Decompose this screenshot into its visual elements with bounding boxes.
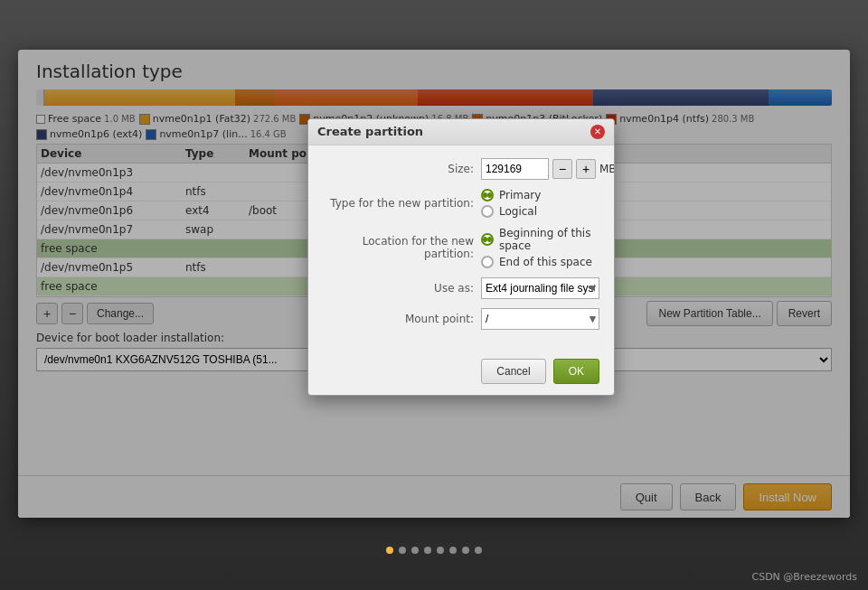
watermark: CSDN @Breezewords: [751, 571, 857, 583]
size-decrease-button[interactable]: −: [552, 159, 572, 179]
location-group: Beginning of this space End of this spac…: [481, 227, 599, 268]
use-as-label: Use as:: [323, 282, 481, 295]
location-label: Location for the new partition:: [323, 235, 481, 260]
size-unit: MB: [599, 163, 615, 175]
radio-beginning-label: Beginning of this space: [499, 227, 599, 252]
mount-select[interactable]: /: [481, 308, 599, 330]
radio-beginning[interactable]: Beginning of this space: [481, 227, 599, 252]
dialog-title: Create partition: [317, 125, 423, 138]
dot-1: [386, 547, 393, 554]
dot-8: [475, 547, 482, 554]
radio-logical[interactable]: Logical: [481, 205, 599, 218]
dialog-use-as-row: Use as: Ext4 journaling file system ▼: [323, 277, 599, 299]
use-as-select-wrapper: Ext4 journaling file system ▼: [481, 277, 599, 299]
radio-end[interactable]: End of this space: [481, 256, 599, 268]
dot-2: [399, 547, 406, 554]
mount-select-wrapper: / ▼: [481, 308, 599, 330]
radio-end-label: End of this space: [499, 256, 592, 268]
size-increase-button[interactable]: +: [576, 159, 596, 179]
type-label: Type for the new partition:: [323, 197, 481, 210]
radio-end-dot: [481, 256, 494, 268]
create-partition-dialog: Create partition ✕ Size: − + MB Type for…: [307, 118, 615, 396]
dot-6: [449, 547, 457, 554]
size-input-group: − + MB: [481, 158, 615, 180]
size-input[interactable]: [481, 158, 549, 180]
dialog-body: Size: − + MB Type for the new partition:: [308, 145, 614, 351]
dot-4: [424, 547, 431, 554]
mount-label: Mount point:: [323, 313, 481, 325]
dialog-location-row: Location for the new partition: Beginnin…: [323, 227, 599, 268]
radio-beginning-dot: [481, 233, 494, 246]
progress-dots: [386, 547, 482, 554]
dot-5: [437, 547, 444, 554]
radio-logical-label: Logical: [499, 205, 537, 218]
dialog-ok-button[interactable]: OK: [553, 359, 599, 384]
dialog-size-row: Size: − + MB: [323, 158, 599, 180]
radio-logical-dot: [481, 205, 494, 218]
radio-primary-label: Primary: [499, 189, 541, 201]
dialog-overlay: Create partition ✕ Size: − + MB Type for…: [18, 50, 850, 518]
size-label: Size:: [323, 163, 481, 175]
radio-primary[interactable]: Primary: [481, 189, 599, 201]
dialog-type-row: Type for the new partition: Primary Logi…: [323, 189, 599, 218]
dialog-close-button[interactable]: ✕: [590, 125, 605, 139]
partition-type-group: Primary Logical: [481, 189, 599, 218]
dot-7: [462, 547, 469, 554]
dialog-footer: Cancel OK: [308, 351, 614, 395]
use-as-select[interactable]: Ext4 journaling file system: [481, 277, 599, 299]
dialog-titlebar: Create partition ✕: [308, 119, 614, 145]
radio-primary-dot: [481, 189, 494, 201]
dot-3: [411, 547, 419, 554]
dialog-cancel-button[interactable]: Cancel: [481, 359, 545, 384]
dialog-mount-row: Mount point: / ▼: [323, 308, 599, 330]
